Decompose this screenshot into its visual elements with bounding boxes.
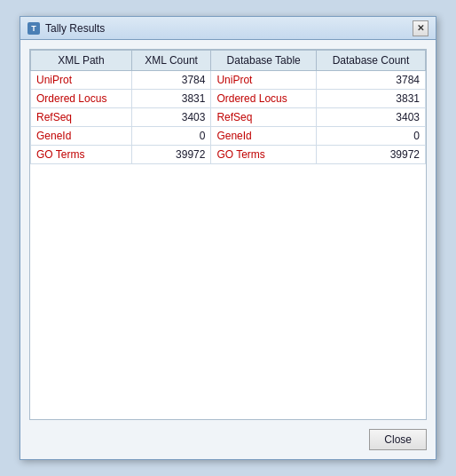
results-table: XML Path XML Count Database Table Databa…	[30, 50, 426, 164]
window-content: XML Path XML Count Database Table Databa…	[20, 40, 436, 429]
close-dialog-button[interactable]: Close	[369, 429, 427, 450]
col-header-xml-count: XML Count	[131, 51, 211, 71]
cell-xml-count: 3831	[131, 90, 211, 108]
table-row: RefSeq3403RefSeq3403	[31, 108, 426, 127]
cell-xml-path: Ordered Locus	[31, 90, 132, 108]
cell-db-count: 3831	[317, 90, 426, 108]
table-row: GeneId0GeneId0	[31, 127, 426, 146]
tally-results-window: T Tally Results ✕ XML Path XML Count Dat…	[20, 16, 436, 460]
table-row: UniProt3784UniProt3784	[31, 71, 426, 90]
cell-db-table: GeneId	[211, 127, 317, 146]
cell-xml-path: GeneId	[31, 127, 132, 146]
cell-db-table: Ordered Locus	[211, 90, 317, 108]
cell-xml-count: 3403	[131, 108, 211, 127]
cell-db-table: UniProt	[211, 71, 317, 90]
cell-xml-path: RefSeq	[31, 108, 132, 127]
cell-xml-count: 3784	[131, 71, 211, 90]
col-header-db-table: Database Table	[211, 51, 317, 71]
cell-db-count: 3403	[317, 108, 426, 127]
window-close-button[interactable]: ✕	[413, 20, 428, 36]
cell-db-table: GO Terms	[211, 146, 317, 164]
cell-xml-count: 0	[131, 127, 211, 146]
window-title: Tally Results	[45, 22, 105, 35]
cell-db-count: 3784	[317, 71, 426, 90]
results-table-container: XML Path XML Count Database Table Databa…	[29, 49, 427, 420]
col-header-xml-path: XML Path	[31, 51, 132, 71]
title-bar: T Tally Results ✕	[20, 17, 436, 40]
cell-xml-path: GO Terms	[31, 146, 132, 164]
cell-xml-path: UniProt	[31, 71, 132, 90]
table-row: GO Terms39972GO Terms39972	[31, 146, 426, 164]
table-row: Ordered Locus3831Ordered Locus3831	[31, 90, 426, 108]
col-header-db-count: Database Count	[317, 51, 426, 71]
dialog-footer: Close	[20, 429, 436, 459]
window-icon: T	[28, 22, 40, 35]
cell-xml-count: 39972	[131, 146, 211, 164]
table-header-row: XML Path XML Count Database Table Databa…	[31, 51, 426, 71]
cell-db-count: 0	[317, 127, 426, 146]
cell-db-count: 39972	[317, 146, 426, 164]
title-bar-left: T Tally Results	[28, 22, 105, 35]
cell-db-table: RefSeq	[211, 108, 317, 127]
